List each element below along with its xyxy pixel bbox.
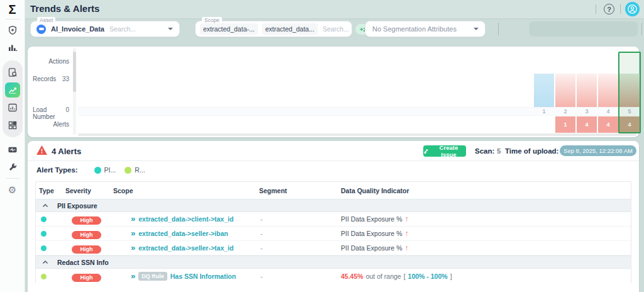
top-header: Trends & Alerts ? bbox=[25, 0, 644, 18]
axis-tick: 2 bbox=[555, 107, 575, 116]
scope-link[interactable]: extracted_data->client->tax_id bbox=[138, 215, 233, 223]
trend-up-icon: ↑ bbox=[404, 229, 408, 238]
trend-chart-card: Actions Records33 Load Number0 Alerts 1 … bbox=[28, 47, 639, 137]
table-row[interactable]: High » extracted_data->seller->iban - PI… bbox=[36, 227, 631, 241]
scope-search-placeholder[interactable]: Search... bbox=[323, 25, 349, 33]
records-cell bbox=[577, 74, 597, 107]
app-logo-sigma[interactable]: Σ bbox=[8, 2, 16, 17]
help-icon[interactable]: ? bbox=[604, 4, 614, 14]
catalog-search-icon[interactable] bbox=[4, 65, 21, 80]
dq-rule-badge: DQ Rule bbox=[138, 272, 167, 281]
records-cell bbox=[598, 74, 618, 107]
upload-timestamp-badge: Sep 8, 2025, 12:22:08 AM bbox=[560, 145, 636, 156]
time-of-upload-label: Time of upload: bbox=[505, 147, 558, 155]
severity-badge: High bbox=[72, 274, 101, 282]
col-header-severity: Severity bbox=[65, 187, 113, 194]
chevron-down-icon bbox=[474, 28, 479, 30]
apps-grid-icon[interactable] bbox=[4, 118, 21, 133]
trend-up-icon: ↑ bbox=[404, 215, 408, 223]
range-bracket: ] bbox=[450, 272, 452, 280]
asset-filter[interactable]: Asset AI_Invoice_Data Search... bbox=[30, 21, 180, 37]
col-header-scope: Scope bbox=[113, 187, 259, 194]
col-header-type: Type bbox=[36, 187, 65, 194]
heatmap-column-3[interactable]: 3 4 bbox=[577, 47, 597, 133]
chart-row-label-records: Records33 bbox=[33, 76, 69, 82]
segment-value: - bbox=[259, 244, 341, 252]
divider bbox=[596, 4, 596, 14]
dqi-label: PII Data Exposure % bbox=[341, 215, 402, 223]
chevron-down-icon bbox=[168, 28, 173, 30]
alerts-cell: 4 bbox=[598, 116, 618, 133]
report-icon[interactable] bbox=[4, 100, 21, 115]
user-avatar[interactable] bbox=[625, 2, 640, 16]
scope-link[interactable]: extracted_data->seller->tax_id bbox=[138, 244, 233, 252]
alerts-cell: 1 bbox=[555, 116, 575, 133]
redact-type-dot bbox=[125, 167, 131, 174]
divider bbox=[6, 178, 19, 179]
vertical-scrollbar[interactable] bbox=[73, 48, 76, 135]
alert-types-label: Alert Types: bbox=[36, 166, 78, 174]
table-row[interactable]: High » DQ Rule Has SSN Information - 45.… bbox=[36, 269, 631, 283]
chart-row-label-actions: Actions bbox=[33, 58, 69, 65]
table-row[interactable]: High » extracted_data->client->tax_id - … bbox=[36, 212, 631, 227]
dqi-value: 45.45% bbox=[341, 272, 364, 280]
warning-icon bbox=[36, 145, 47, 158]
axis-tick: 4 bbox=[598, 107, 618, 116]
group-header-pii-exposure[interactable]: PII Exposure bbox=[36, 199, 631, 212]
chevron-up-icon bbox=[42, 260, 48, 265]
segmentation-filter[interactable]: No Segmentation Attributes bbox=[365, 21, 486, 37]
settings-gear-icon[interactable]: ⚙ bbox=[4, 182, 21, 197]
alert-type-dot bbox=[41, 245, 47, 251]
create-issue-icon bbox=[423, 149, 429, 154]
segment-value: - bbox=[259, 230, 341, 237]
scope-link[interactable]: extracted_data->seller->iban bbox=[138, 230, 228, 237]
heatmap-column-2[interactable]: 2 1 bbox=[555, 47, 575, 133]
dqi-label: PII Data Exposure % bbox=[341, 244, 402, 252]
severity-badge: High bbox=[72, 216, 101, 225]
range-bracket: [ bbox=[404, 272, 406, 280]
horizontal-scrollbar[interactable] bbox=[78, 133, 636, 136]
chart-row-label-alerts: Alerts bbox=[33, 121, 69, 128]
bar-chart-icon[interactable] bbox=[4, 40, 21, 55]
heatmap-column-4[interactable]: 4 4 bbox=[598, 47, 618, 133]
alerts-header: 4 Alerts Create Issue Scan: 5 Time of up… bbox=[28, 141, 639, 160]
trends-alerts-icon-selected[interactable] bbox=[4, 82, 21, 98]
dqi-text: out of range bbox=[366, 272, 401, 280]
activity-monitor-icon[interactable] bbox=[4, 142, 21, 157]
scope-filter[interactable]: Scope extracted_data-... extracted_data.… bbox=[195, 21, 352, 37]
shield-icon[interactable] bbox=[4, 23, 21, 38]
toolbar-placeholder bbox=[530, 21, 638, 36]
asset-filter-label: Asset bbox=[37, 17, 55, 23]
scope-link-icon: » bbox=[131, 216, 135, 222]
scope-chip[interactable]: extracted_data... bbox=[262, 23, 318, 35]
scan-value: 5 bbox=[497, 147, 501, 155]
sidebar: Σ ⚙ bbox=[0, 0, 25, 292]
alert-type-legend-redact[interactable]: R... bbox=[125, 166, 145, 174]
divider bbox=[498, 23, 499, 35]
create-issue-button[interactable]: Create Issue bbox=[423, 145, 466, 157]
table-row[interactable]: High » extracted_data->seller->tax_id - … bbox=[36, 241, 631, 256]
segment-value: - bbox=[259, 272, 341, 280]
chart-row-label-load-number: Load Number0 bbox=[33, 106, 69, 120]
scope-link-icon: » bbox=[131, 230, 135, 237]
severity-badge: High bbox=[72, 245, 101, 254]
asset-search-placeholder[interactable]: Search... bbox=[109, 25, 136, 33]
table-header-row: Type Severity Scope Segment Data Quality… bbox=[36, 182, 631, 199]
scope-link[interactable]: Has SSN Information bbox=[170, 272, 236, 280]
dqi-range: 100% - 100% bbox=[408, 272, 448, 280]
divider bbox=[641, 23, 642, 35]
asset-value: AI_Invoice_Data bbox=[51, 25, 104, 33]
alert-type-legend-pii[interactable]: PI... bbox=[94, 166, 116, 174]
records-cell bbox=[534, 74, 554, 107]
heatmap-column-1[interactable]: 1 bbox=[534, 47, 554, 133]
wrench-icon[interactable] bbox=[4, 160, 21, 175]
alerts-table: Type Severity Scope Segment Data Quality… bbox=[35, 181, 631, 283]
records-cell bbox=[555, 74, 575, 107]
segment-value: - bbox=[259, 215, 341, 223]
asset-icon bbox=[36, 25, 46, 34]
scope-chip[interactable]: extracted_data-... bbox=[200, 23, 258, 35]
col-header-segment: Segment bbox=[259, 187, 341, 194]
segmentation-value: No Segmentation Attributes bbox=[372, 25, 457, 33]
scope-link-icon: » bbox=[131, 273, 135, 279]
group-header-redact-ssn[interactable]: Redact SSN Info bbox=[36, 256, 631, 269]
